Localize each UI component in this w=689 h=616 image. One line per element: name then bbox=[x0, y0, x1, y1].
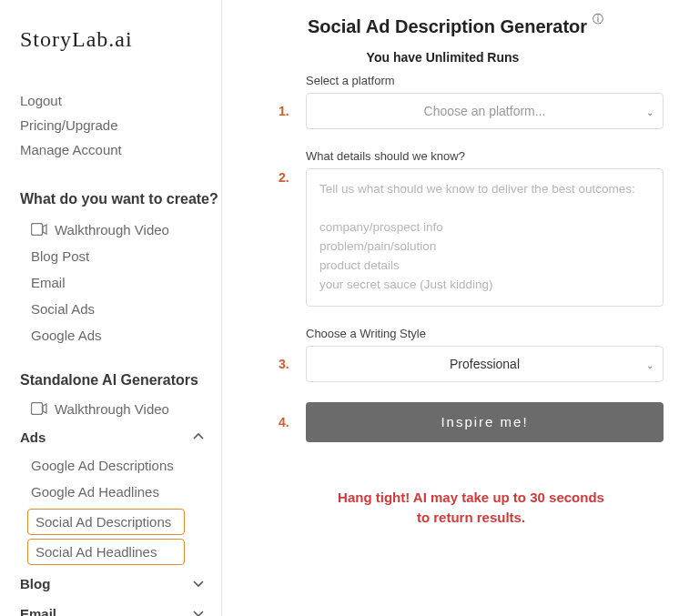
group-blog[interactable]: Blog bbox=[20, 569, 221, 599]
group-label: Ads bbox=[20, 429, 46, 445]
step-2: What details should we know? 2. Tell us … bbox=[279, 149, 664, 307]
style-select[interactable]: Professional ⌄ bbox=[306, 346, 664, 382]
platform-placeholder: Choose an platform... bbox=[424, 104, 546, 118]
chevron-down-icon: ⌄ bbox=[646, 360, 654, 370]
main: Social Ad Description Generator ⓘ You ha… bbox=[222, 0, 689, 616]
create-social-ads[interactable]: Social Ads bbox=[20, 296, 221, 322]
standalone-walkthrough-video[interactable]: Walkthrough Video bbox=[20, 396, 221, 422]
inspire-button[interactable]: Inspire me! bbox=[306, 402, 664, 442]
wait-message: Hang tight! AI may take up to 30 seconds… bbox=[279, 488, 664, 529]
platform-label: Select a platform bbox=[306, 74, 664, 87]
svg-rect-0 bbox=[32, 224, 43, 236]
runs-notice: You have Unlimited Runs bbox=[222, 50, 664, 65]
style-value: Professional bbox=[450, 357, 520, 371]
page-title-row: Social Ad Description Generator ⓘ bbox=[308, 16, 664, 37]
step-1: Select a platform 1. Choose an platform.… bbox=[279, 74, 664, 129]
style-label: Choose a Writing Style bbox=[306, 327, 664, 340]
ads-social-ad-headlines[interactable]: Social Ad Headlines bbox=[27, 539, 185, 565]
page-title: Social Ad Description Generator bbox=[308, 16, 587, 37]
chevron-up-icon bbox=[192, 430, 205, 443]
details-textarea[interactable]: Tell us what should we know to deliver t… bbox=[306, 168, 664, 307]
step-3: Choose a Writing Style 3. Professional ⌄ bbox=[279, 327, 664, 382]
nav-manage-account[interactable]: Manage Account bbox=[20, 137, 221, 162]
sidebar: StoryLab.ai Logout Pricing/Upgrade Manag… bbox=[0, 0, 222, 616]
nav-logout[interactable]: Logout bbox=[20, 88, 221, 113]
ads-google-ad-headlines[interactable]: Google Ad Headlines bbox=[20, 479, 221, 505]
chevron-down-icon bbox=[192, 607, 205, 616]
group-ads[interactable]: Ads bbox=[20, 422, 221, 452]
video-icon bbox=[31, 223, 47, 236]
group-label: Email bbox=[20, 606, 56, 616]
create-blog-post[interactable]: Blog Post bbox=[20, 243, 221, 269]
wait-line-2: to return results. bbox=[279, 508, 664, 529]
standalone-heading: Standalone AI Generators bbox=[20, 372, 221, 389]
logo: StoryLab.ai bbox=[20, 27, 221, 52]
step-number-4: 4. bbox=[279, 415, 306, 429]
chevron-down-icon bbox=[192, 577, 205, 590]
create-walkthrough-video[interactable]: Walkthrough Video bbox=[20, 217, 221, 243]
menu-label: Walkthrough Video bbox=[55, 401, 169, 417]
wait-line-1: Hang tight! AI may take up to 30 seconds bbox=[279, 488, 664, 509]
platform-select[interactable]: Choose an platform... ⌄ bbox=[306, 93, 664, 129]
ads-social-ad-descriptions[interactable]: Social Ad Descriptions bbox=[27, 509, 185, 535]
nav-pricing[interactable]: Pricing/Upgrade bbox=[20, 113, 221, 137]
chevron-down-icon: ⌄ bbox=[646, 107, 654, 117]
create-heading: What do you want to create? bbox=[20, 189, 221, 209]
group-label: Blog bbox=[20, 576, 50, 591]
create-email[interactable]: Email bbox=[20, 269, 221, 296]
details-label: What details should we know? bbox=[306, 149, 664, 163]
step-4: 4. Inspire me! bbox=[279, 402, 664, 442]
form: Select a platform 1. Choose an platform.… bbox=[279, 74, 664, 529]
info-icon[interactable]: ⓘ bbox=[593, 12, 603, 27]
step-number-2: 2. bbox=[279, 168, 306, 185]
svg-rect-1 bbox=[32, 403, 43, 415]
menu-label: Walkthrough Video bbox=[55, 222, 169, 237]
create-google-ads[interactable]: Google Ads bbox=[20, 322, 221, 348]
ads-google-ad-descriptions[interactable]: Google Ad Descriptions bbox=[20, 452, 221, 479]
step-number-3: 3. bbox=[279, 357, 306, 371]
group-email[interactable]: Email bbox=[20, 599, 221, 616]
step-number-1: 1. bbox=[279, 104, 306, 118]
video-icon bbox=[31, 402, 47, 415]
account-links: Logout Pricing/Upgrade Manage Account bbox=[20, 88, 221, 162]
